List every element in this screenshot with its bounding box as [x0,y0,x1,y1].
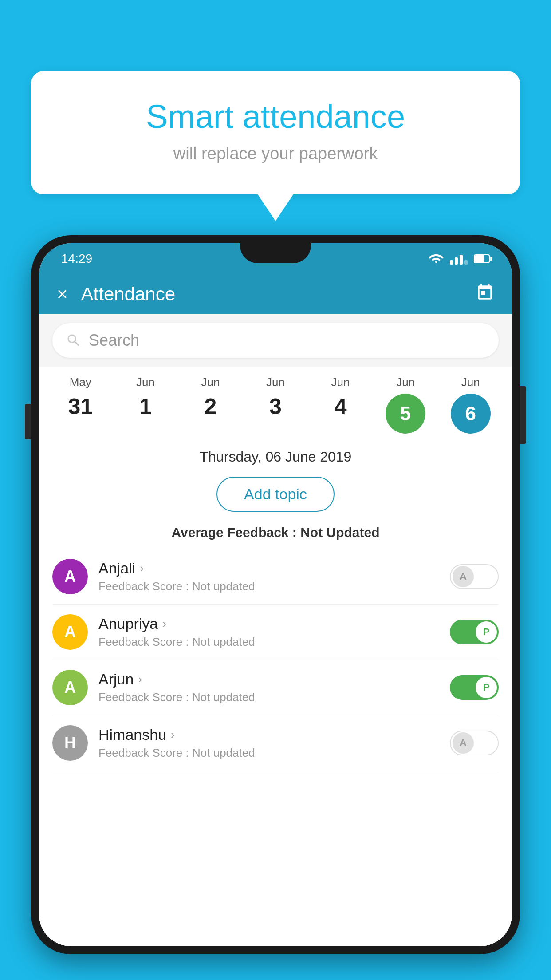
search-input-container[interactable]: Search [52,323,499,358]
student-feedback-2: Feedback Score : Not updated [98,691,450,704]
attendance-toggle-0[interactable]: A [450,564,499,589]
calendar-day-1[interactable]: Jun1 [121,375,170,419]
student-name-3[interactable]: Himanshu › [98,726,450,743]
app-header: × Attendance [39,274,512,314]
calendar-day-5[interactable]: Jun5 [381,375,430,434]
speech-bubble-subtitle: will replace your paperwork [67,144,484,163]
page-title: Attendance [81,284,476,305]
student-item-1: AAnupriya ›Feedback Score : Not updatedP [52,605,499,660]
chevron-icon: › [162,617,166,631]
student-feedback-3: Feedback Score : Not updated [98,746,450,760]
wifi-icon [429,253,444,264]
student-avatar-0: A [52,559,88,594]
student-item-0: AAnjali ›Feedback Score : Not updatedA [52,549,499,605]
phone-screen: 14:29 [39,243,512,946]
calendar-day-31[interactable]: May31 [56,375,105,419]
student-list: AAnjali ›Feedback Score : Not updatedAAA… [39,549,512,771]
status-bar: 14:29 [39,243,512,274]
student-item-2: AArjun ›Feedback Score : Not updatedP [52,660,499,715]
speech-bubble-container: Smart attendance will replace your paper… [31,71,520,221]
close-button[interactable]: × [57,284,68,305]
selected-date: Thursday, 06 June 2019 [39,438,512,472]
content-area: Thursday, 06 June 2019 Add topic Average… [39,438,512,946]
calendar-icon[interactable] [476,283,494,306]
student-name-0[interactable]: Anjali › [98,560,450,577]
search-placeholder: Search [89,331,139,350]
chevron-icon: › [138,672,142,686]
student-feedback-0: Feedback Score : Not updated [98,580,450,593]
signal-icon [450,253,468,265]
status-icons [429,253,490,265]
battery-icon [474,254,490,263]
student-name-2[interactable]: Arjun › [98,671,450,688]
avg-feedback: Average Feedback : Not Updated [39,521,512,549]
attendance-toggle-1[interactable]: P [450,620,499,644]
student-avatar-2: A [52,670,88,705]
search-bar: Search [39,314,512,367]
speech-bubble-title: Smart attendance [67,98,484,135]
calendar-day-4[interactable]: Jun4 [316,375,365,419]
attendance-toggle-2[interactable]: P [450,675,499,700]
add-topic-button[interactable]: Add topic [216,477,335,512]
search-icon [66,332,82,348]
student-feedback-1: Feedback Score : Not updated [98,635,450,649]
calendar-day-3[interactable]: Jun3 [251,375,300,419]
student-avatar-3: H [52,725,88,761]
avg-feedback-value: Not Updated [300,525,379,540]
status-time: 14:29 [61,252,92,266]
chevron-icon: › [171,728,175,742]
chevron-icon: › [140,561,144,575]
calendar-day-6[interactable]: Jun6 [446,375,495,434]
calendar-day-2[interactable]: Jun2 [186,375,235,419]
speech-bubble: Smart attendance will replace your paper… [31,71,520,194]
student-item-3: HHimanshu ›Feedback Score : Not updatedA [52,715,499,771]
phone-outer: 14:29 [31,235,520,954]
student-name-1[interactable]: Anupriya › [98,615,450,632]
phone-container: 14:29 [31,235,520,954]
speech-bubble-tail [258,194,293,221]
student-avatar-1: A [52,614,88,650]
avg-feedback-label: Average Feedback : [171,525,300,540]
attendance-toggle-3[interactable]: A [450,731,499,755]
calendar-strip: May31Jun1Jun2Jun3Jun4Jun5Jun6 [39,367,512,438]
